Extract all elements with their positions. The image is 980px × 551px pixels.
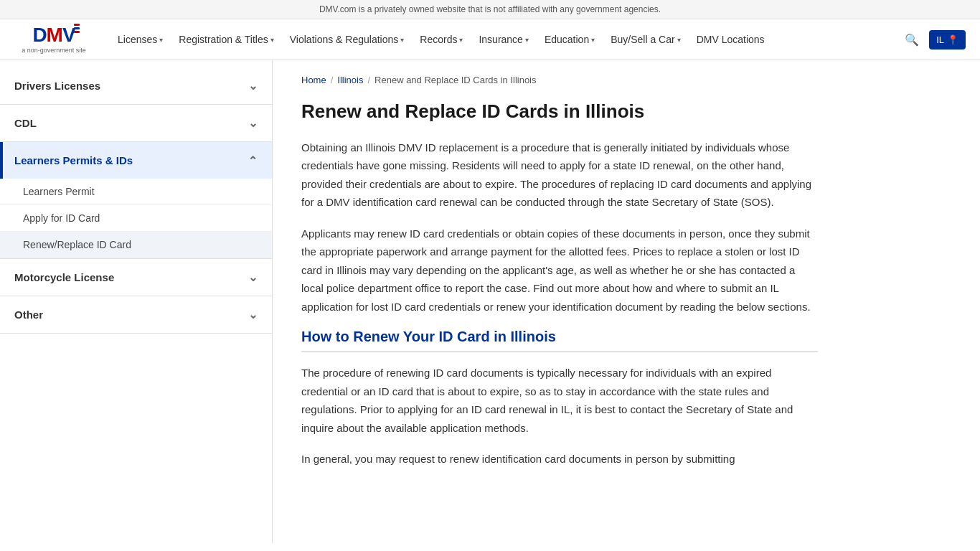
article-title: Renew and Replace ID Cards in Illinois (301, 100, 818, 124)
chevron-down-icon: ▾ (525, 36, 529, 44)
sidebar-item-motorcycle: Motorcycle License ⌄ (0, 259, 272, 296)
notice-text: DMV.com is a privately owned website tha… (319, 4, 661, 14)
breadcrumb-separator: / (331, 75, 334, 85)
breadcrumb-home[interactable]: Home (301, 75, 326, 85)
sidebar-item-other: Other ⌄ (0, 296, 272, 334)
breadcrumb-separator: / (367, 75, 370, 85)
nav-registration[interactable]: Registration & Titles ▾ (171, 28, 281, 51)
logo-tagline: a non-government site (22, 47, 86, 54)
sidebar-item-label: Learners Permits & IDs (14, 154, 133, 166)
sidebar-item-label: CDL (14, 117, 37, 129)
sidebar-item-drivers-licenses-header[interactable]: Drivers Licenses ⌄ (0, 67, 272, 104)
nav-dmv-locations[interactable]: DMV Locations (689, 28, 772, 51)
logo-text: DMV (32, 25, 75, 45)
chevron-down-icon: ▾ (459, 36, 463, 44)
sidebar-item-learners-header[interactable]: Learners Permits & IDs ⌄ (0, 142, 272, 179)
chevron-down-icon: ▾ (591, 36, 595, 44)
nav-violations[interactable]: Violations & Regulations ▾ (283, 28, 412, 51)
chevron-down-icon: ⌄ (248, 116, 258, 130)
nav-actions: 🔍 IL 📍 (900, 29, 966, 51)
sidebar-submenu-learners: Learners Permit Apply for ID Card Renew/… (0, 179, 272, 258)
breadcrumb-illinois[interactable]: Illinois (337, 75, 363, 85)
sidebar-item-label: Other (14, 309, 43, 321)
sidebar: Drivers Licenses ⌄ CDL ⌄ Learners Permit… (0, 60, 273, 543)
location-icon: 📍 (947, 34, 958, 45)
logo-area[interactable]: DMV a non-government site (14, 25, 93, 54)
sidebar-item-cdl-header[interactable]: CDL ⌄ (0, 105, 272, 141)
nav-licenses[interactable]: Licenses ▾ (110, 28, 170, 51)
header: DMV a non-government site Licenses ▾ Reg… (0, 19, 980, 60)
notice-bar: DMV.com is a privately owned website tha… (0, 0, 980, 19)
article-paragraph-1: Obtaining an Illinois DMV ID replacement… (301, 138, 818, 212)
article-paragraph-4: In general, you may request to renew ide… (301, 450, 818, 468)
main-nav: Licenses ▾ Registration & Titles ▾ Viola… (110, 28, 900, 51)
breadcrumb-current: Renew and Replace ID Cards in Illinois (374, 75, 536, 85)
article-paragraph-2: Applicants may renew ID card credentials… (301, 225, 818, 316)
nav-records[interactable]: Records ▾ (413, 28, 470, 51)
location-button[interactable]: IL 📍 (929, 30, 966, 50)
article: Renew and Replace ID Cards in Illinois O… (301, 100, 818, 468)
article-paragraph-3: The procedure of renewing ID card docume… (301, 364, 818, 437)
sidebar-item-cdl: CDL ⌄ (0, 105, 272, 142)
location-text: IL (936, 34, 944, 45)
sidebar-subitem-renew-id[interactable]: Renew/Replace ID Card (0, 232, 272, 258)
sidebar-item-learners: Learners Permits & IDs ⌄ Learners Permit… (0, 142, 272, 259)
chevron-down-icon: ▾ (159, 36, 163, 44)
sidebar-item-label: Drivers Licenses (14, 80, 100, 92)
search-icon: 🔍 (905, 34, 919, 46)
chevron-up-icon: ⌄ (248, 154, 258, 167)
sidebar-item-other-header[interactable]: Other ⌄ (0, 296, 272, 333)
nav-education[interactable]: Education ▾ (537, 28, 602, 51)
content-area: Home / Illinois / Renew and Replace ID C… (273, 60, 847, 543)
search-button[interactable]: 🔍 (900, 29, 923, 51)
chevron-down-icon: ▾ (270, 36, 274, 44)
sidebar-subitem-apply-id[interactable]: Apply for ID Card (0, 205, 272, 232)
breadcrumb: Home / Illinois / Renew and Replace ID C… (301, 75, 818, 85)
chevron-down-icon: ⌄ (248, 270, 258, 284)
nav-buy-sell[interactable]: Buy/Sell a Car ▾ (603, 28, 687, 51)
sidebar-item-motorcycle-header[interactable]: Motorcycle License ⌄ (0, 259, 272, 296)
article-section-title-renew: How to Renew Your ID Card in Illinois (301, 329, 818, 352)
chevron-down-icon: ▾ (400, 36, 404, 44)
sidebar-item-label: Motorcycle License (14, 271, 114, 283)
main-container: Drivers Licenses ⌄ CDL ⌄ Learners Permit… (0, 60, 980, 543)
sidebar-item-drivers-licenses: Drivers Licenses ⌄ (0, 67, 272, 105)
chevron-down-icon: ▾ (677, 36, 681, 44)
sidebar-subitem-learners-permit[interactable]: Learners Permit (0, 179, 272, 205)
chevron-down-icon: ⌄ (248, 308, 258, 321)
chevron-down-icon: ⌄ (248, 79, 258, 93)
nav-insurance[interactable]: Insurance ▾ (471, 28, 535, 51)
